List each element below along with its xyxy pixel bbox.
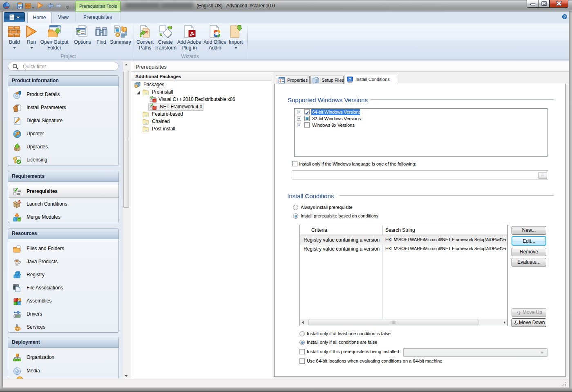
svg-text:?: ?: [349, 77, 351, 81]
svg-text:?: ?: [563, 15, 566, 19]
svg-text:?: ?: [18, 200, 20, 204]
